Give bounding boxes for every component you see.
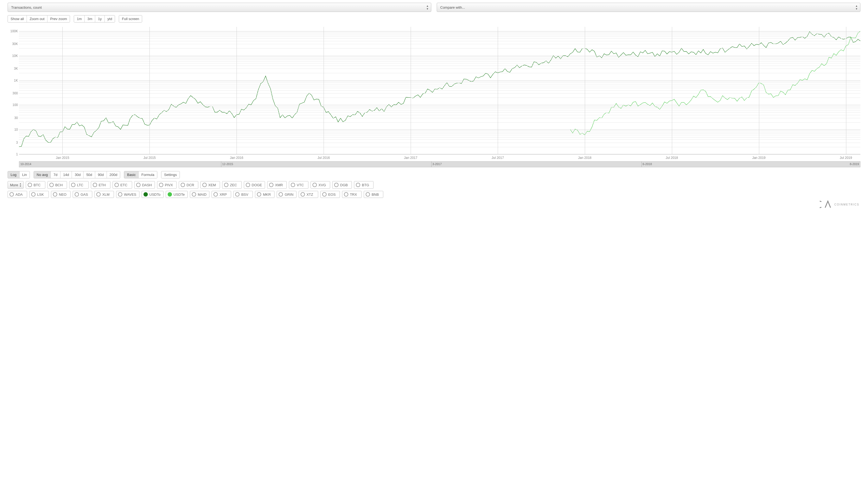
navigator-label: 8-2019 <box>850 162 859 166</box>
avg-200d-button[interactable]: 200d <box>107 171 120 178</box>
x-tick-label: Jul 2018 <box>665 156 678 160</box>
circle-icon <box>269 183 273 187</box>
asset-toggle-maid[interactable]: MAID <box>190 191 210 198</box>
asset-toggle-usdte[interactable]: USDTe <box>166 191 188 198</box>
compare-select[interactable]: Compare with... ▴▾ <box>437 3 860 12</box>
asset-toggle-grin[interactable]: GRIN <box>277 191 297 198</box>
asset-toggle-neo[interactable]: NEO <box>51 191 70 198</box>
more-assets-button[interactable]: More▴▾ <box>8 181 24 189</box>
avg-14d-button[interactable]: 14d <box>61 171 72 178</box>
circle-icon <box>93 183 97 187</box>
asset-toggle-pivx[interactable]: PIVX <box>157 181 177 189</box>
circle-icon <box>74 192 79 197</box>
avg-30d-button[interactable]: 30d <box>72 171 84 178</box>
circle-icon <box>9 192 14 197</box>
x-tick-label: Jan 2015 <box>56 156 69 160</box>
navigator-label: 10-2014 <box>20 162 31 166</box>
y-tick-label: 1 <box>16 152 18 156</box>
asset-label: TRX <box>350 193 357 197</box>
circle-icon <box>246 183 250 187</box>
circle-icon <box>291 183 295 187</box>
settings-button[interactable]: Settings <box>161 171 180 178</box>
asset-label: DASH <box>142 183 152 187</box>
asset-toggle-btc[interactable]: BTC <box>26 181 45 189</box>
asset-toggle-xtz[interactable]: XTZ <box>299 191 318 198</box>
avg-50d-button[interactable]: 50d <box>84 171 95 178</box>
asset-toggle-btg[interactable]: BTG <box>354 181 373 189</box>
asset-toggle-eth[interactable]: ETH <box>91 181 111 189</box>
circle-icon <box>192 192 196 197</box>
asset-toggle-dcr[interactable]: DCR <box>179 181 198 189</box>
fullscreen-button[interactable]: Full screen <box>119 15 142 22</box>
asset-toggle-ltc[interactable]: LTC <box>69 181 89 189</box>
compare-select-value: Compare with... <box>440 5 465 9</box>
asset-toggle-doge[interactable]: DOGE <box>244 181 265 189</box>
zoom-out-button[interactable]: Zoom out <box>27 15 48 22</box>
asset-toggle-xmr[interactable]: XMR <box>267 181 287 189</box>
asset-toggle-gas[interactable]: GAS <box>73 191 92 198</box>
y-tick-label: 10 <box>14 128 18 131</box>
asset-toggle-lsk[interactable]: LSK <box>29 191 49 198</box>
scale-lin-button[interactable]: Lin <box>20 171 30 178</box>
chart[interactable]: 1310301003001K3K10K30K100K <box>8 27 860 154</box>
asset-toggle-waves[interactable]: WAVES <box>116 191 140 198</box>
asset-label: LSK <box>37 193 44 197</box>
show-all-button[interactable]: Show all <box>8 15 27 22</box>
asset-toggle-bsv[interactable]: BSV <box>233 191 253 198</box>
circle-icon <box>366 192 370 197</box>
asset-toggle-bnb[interactable]: BNB <box>364 191 383 198</box>
circle-icon <box>312 183 317 187</box>
series-USDTo <box>19 32 860 147</box>
asset-label: ETC <box>120 183 127 187</box>
asset-label: XLM <box>102 193 110 197</box>
asset-toggle-xem[interactable]: XEM <box>200 181 220 189</box>
circle-icon <box>214 192 218 197</box>
asset-toggle-usdto[interactable]: USDTo <box>142 191 163 198</box>
asset-toggle-etc[interactable]: ETC <box>113 181 132 189</box>
asset-toggle-trx[interactable]: TRX <box>342 191 362 198</box>
navigator[interactable]: 10-201412-20153-20176-20188-2019 <box>19 161 860 167</box>
range-1m-button[interactable]: 1m <box>74 15 85 22</box>
chart-plot[interactable] <box>19 27 860 154</box>
chevron-updown-icon: ▴▾ <box>427 4 428 10</box>
asset-toggle-eos[interactable]: EOS <box>320 191 340 198</box>
range-ytd-button[interactable]: ytd <box>105 15 115 22</box>
x-tick-label: Jan 2016 <box>230 156 243 160</box>
circle-icon <box>257 192 261 197</box>
y-tick-label: 1K <box>14 78 18 83</box>
range-1y-button[interactable]: 1y <box>95 15 105 22</box>
asset-toggle-dash[interactable]: DASH <box>134 181 155 189</box>
circle-icon <box>28 183 32 187</box>
scale-log-button[interactable]: Log <box>8 171 20 178</box>
range-3m-button[interactable]: 3m <box>85 15 95 22</box>
asset-toggle-dgb[interactable]: DGB <box>332 181 352 189</box>
asset-label: NEO <box>59 193 66 197</box>
avg-7d-button[interactable]: 7d <box>51 171 60 178</box>
navigator-label: 3-2017 <box>432 162 442 166</box>
asset-toggle-vtc[interactable]: VTC <box>289 181 308 189</box>
asset-toggle-xlm[interactable]: XLM <box>94 191 114 198</box>
circle-icon <box>96 192 101 197</box>
asset-toggle-ada[interactable]: ADA <box>8 191 27 198</box>
avg-none-button[interactable]: No avg <box>34 171 51 178</box>
mode-basic-button[interactable]: Basic <box>124 171 138 178</box>
asset-label: MKR <box>263 193 271 197</box>
chevron-updown-icon: ▴▾ <box>856 4 858 10</box>
asset-toggle-xrp[interactable]: XRP <box>212 191 231 198</box>
asset-toggle-zec[interactable]: ZEC <box>222 181 242 189</box>
asset-label: DOGE <box>252 183 262 187</box>
asset-label: GRIN <box>284 193 293 197</box>
prev-zoom-button[interactable]: Prev zoom <box>48 15 70 22</box>
metric-select-value: Transactions, count <box>11 5 42 9</box>
mode-formula-button[interactable]: Formula <box>138 171 157 178</box>
asset-toggle-bch[interactable]: BCH <box>48 181 67 189</box>
x-axis: Jan 2015Jul 2015Jan 2016Jul 2016Jan 2017… <box>19 155 860 161</box>
asset-toggle-xvg[interactable]: XVG <box>311 181 330 189</box>
metric-select[interactable]: Transactions, count ▴▾ <box>8 3 431 12</box>
asset-toggle-mkr[interactable]: MKR <box>255 191 275 198</box>
asset-label: XTZ <box>307 193 313 197</box>
avg-90d-button[interactable]: 90d <box>95 171 107 178</box>
asset-label: PIVX <box>165 183 173 187</box>
asset-label: XRP <box>219 193 227 197</box>
x-tick-label: Jul 2017 <box>492 156 504 160</box>
